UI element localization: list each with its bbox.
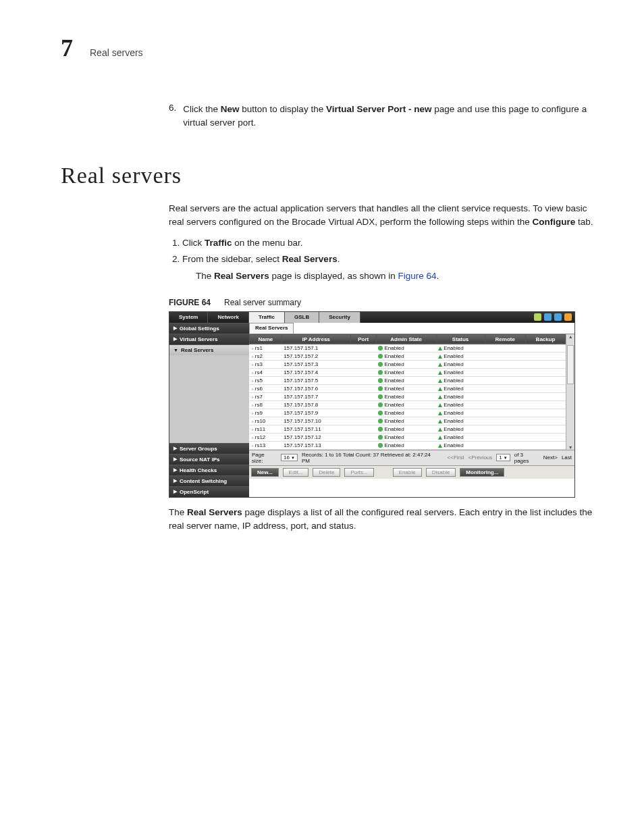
status-dot-icon [378, 378, 383, 383]
chevron-down-icon: ▼ [291, 456, 295, 460]
status-up-icon [438, 395, 442, 399]
table-row[interactable]: ▹ rs13157.157.157.13 Enabled Enabled [250, 441, 566, 449]
prev-page-link[interactable]: <Previous [468, 454, 492, 461]
col-admin[interactable]: Admin State [376, 334, 436, 344]
scrollbar[interactable]: ▲ ▼ [566, 334, 574, 450]
figure-link[interactable]: Figure 64 [398, 271, 436, 281]
status-up-icon [438, 403, 442, 407]
delete-button[interactable]: Delete [313, 468, 340, 477]
sidebar-item-real[interactable]: ▼Real Servers [169, 344, 249, 355]
table-row[interactable]: ▹ rs11157.157.157.11 Enabled Enabled [250, 425, 566, 433]
sidebar: ▶Global Settings ▶Virtual Servers ▼Real … [169, 323, 249, 497]
chevron-right-icon: ▶ [173, 457, 177, 462]
table-row[interactable]: ▹ rs12157.157.157.12 Enabled Enabled [250, 433, 566, 441]
status-dot-icon [378, 370, 383, 375]
table-row[interactable]: ▹ rs6157.157.157.6 Enabled Enabled [250, 384, 566, 392]
menu-bar: System Network Traffic GSLB Security [169, 312, 574, 323]
table-row[interactable]: ▹ rs2157.157.157.2 Enabled Enabled [250, 352, 566, 360]
tab-network[interactable]: Network [208, 312, 249, 323]
disable-button[interactable]: Disable [426, 468, 456, 477]
table-row[interactable]: ▹ rs3157.157.157.3 Enabled Enabled [250, 360, 566, 368]
figure-caption: FIGURE 64Real server summary [169, 298, 603, 307]
content-tab-realservers[interactable]: Real Servers [249, 323, 294, 334]
chapter-number: 7 [61, 34, 73, 62]
status-up-icon [438, 411, 442, 415]
page-header: 7 Real servers [61, 34, 603, 62]
sidebar-item-nat[interactable]: ▶Source NAT IPs [169, 454, 249, 465]
col-backup[interactable]: Backup [525, 334, 565, 344]
table-row[interactable]: ▹ rs5157.157.157.5 Enabled Enabled [250, 376, 566, 384]
help-icon[interactable] [564, 313, 572, 321]
col-port[interactable]: Port [350, 334, 376, 344]
table-row[interactable]: ▹ rs7157.157.157.7 Enabled Enabled [250, 392, 566, 400]
page-size-label: Page size: [252, 452, 277, 464]
status-up-icon [438, 387, 442, 391]
last-page-link[interactable]: Last [562, 454, 572, 461]
scroll-thumb[interactable] [567, 345, 574, 384]
sidebar-item-openscript[interactable]: ▶OpenScript [169, 486, 249, 497]
status-up-icon [438, 419, 442, 423]
status-up-icon [438, 346, 442, 350]
action-bar: New... Edit... Delete Ports... Enable Di… [249, 465, 574, 479]
chevron-right-icon: ▶ [173, 467, 177, 473]
status-up-icon [438, 436, 442, 440]
sidebar-item-global[interactable]: ▶Global Settings [169, 323, 249, 334]
scroll-down-icon[interactable]: ▼ [566, 445, 574, 450]
status-dot-icon [378, 394, 383, 399]
chevron-right-icon: ▶ [173, 325, 177, 331]
toolbar-icon[interactable] [534, 313, 541, 321]
table-row[interactable]: ▹ rs8157.157.157.8 Enabled Enabled [250, 400, 566, 409]
status-dot-icon [378, 443, 383, 448]
page-number-select[interactable]: 1▼ [496, 454, 510, 461]
page-of-label: of 3 pages [514, 452, 539, 464]
real-servers-table: Name IP Address Port Admin State Status … [249, 334, 566, 450]
step-1: Click Traffic on the menu bar. [182, 235, 603, 251]
next-page-link[interactable]: Next> [543, 454, 558, 461]
steps-list: Click Traffic on the menu bar. From the … [169, 235, 603, 288]
status-up-icon [438, 363, 442, 367]
save-icon[interactable] [554, 313, 562, 321]
tab-gslb[interactable]: GSLB [285, 312, 319, 323]
col-status[interactable]: Status [436, 334, 485, 344]
col-name[interactable]: Name [250, 334, 282, 344]
edit-button[interactable]: Edit... [283, 468, 308, 477]
chevron-right-icon: ▶ [173, 478, 177, 484]
table-row[interactable]: ▹ rs4157.157.157.4 Enabled Enabled [250, 368, 566, 376]
refresh-icon[interactable] [544, 313, 552, 321]
enable-button[interactable]: Enable [393, 468, 422, 477]
status-dot-icon [378, 427, 383, 432]
status-up-icon [438, 444, 442, 448]
step-2: From the sidebar, select Real Servers. T… [182, 251, 603, 288]
tab-system[interactable]: System [169, 312, 208, 323]
status-dot-icon [378, 354, 383, 359]
page-header-title: Real servers [90, 47, 143, 58]
status-dot-icon [378, 411, 383, 415]
monitoring-button[interactable]: Monitoring... [460, 468, 504, 477]
table-row[interactable]: ▹ rs1157.157.157.1 Enabled Enabled [250, 344, 566, 352]
new-button[interactable]: New... [251, 468, 279, 477]
tab-traffic[interactable]: Traffic [249, 312, 285, 323]
sidebar-item-groups[interactable]: ▶Server Groups [169, 443, 249, 454]
status-up-icon [438, 427, 442, 432]
col-ip[interactable]: IP Address [281, 334, 350, 344]
status-dot-icon [378, 346, 383, 350]
status-dot-icon [378, 402, 383, 407]
intro-paragraph: Real servers are the actual application … [169, 202, 603, 228]
first-page-link[interactable]: <<First [448, 454, 464, 461]
step6-text: Click the New button to display the Virt… [183, 103, 603, 129]
col-remote[interactable]: Remote [485, 334, 525, 344]
sidebar-item-health[interactable]: ▶Health Checks [169, 465, 249, 475]
table-row[interactable]: ▹ rs10157.157.157.10 Enabled Enabled [250, 417, 566, 425]
sidebar-item-content[interactable]: ▶Content Switching [169, 475, 249, 486]
sidebar-item-virtual[interactable]: ▶Virtual Servers [169, 334, 249, 344]
tab-security[interactable]: Security [319, 312, 360, 323]
page-size-select[interactable]: 16▼ [281, 454, 298, 461]
scroll-up-icon[interactable]: ▲ [566, 334, 574, 339]
chevron-down-icon: ▼ [504, 456, 508, 460]
records-info: Records: 1 to 16 Total Count: 37 Retriev… [302, 452, 439, 464]
table-row[interactable]: ▹ rs9157.157.157.9 Enabled Enabled [250, 409, 566, 417]
screenshot-real-servers: System Network Traffic GSLB Security ▶Gl… [169, 311, 575, 498]
status-dot-icon [378, 362, 383, 367]
ports-button[interactable]: Ports... [344, 468, 373, 477]
chevron-right-icon: ▶ [173, 489, 177, 494]
